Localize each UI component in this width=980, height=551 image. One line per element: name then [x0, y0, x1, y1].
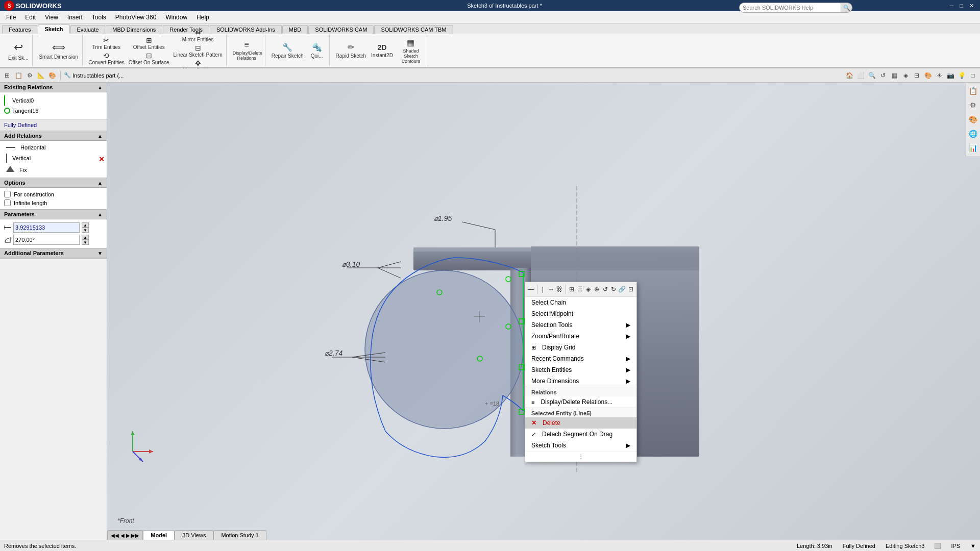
- ctx-tool-link[interactable]: 🔗: [618, 284, 626, 295]
- right-panel-btn-2[interactable]: ⚙: [967, 99, 979, 111]
- smart-dimension-button[interactable]: ⟺ Smart Dimension: [37, 36, 80, 65]
- angle-input[interactable]: [13, 235, 80, 245]
- status-dropdown[interactable]: ▼: [970, 543, 976, 549]
- ctx-tool-box[interactable]: ⊞: [568, 284, 575, 295]
- close-panel-button[interactable]: ✕: [99, 155, 105, 163]
- property-manager-toggle[interactable]: 📋: [13, 70, 23, 81]
- ctx-display-grid[interactable]: ⊞ Display Grid: [525, 342, 636, 353]
- tab-solidworks-cam[interactable]: SOLIDWORKS CAM: [308, 25, 374, 34]
- menu-help[interactable]: Help: [192, 13, 213, 22]
- display-style-button[interactable]: ▦: [889, 70, 899, 81]
- ctx-recent-commands[interactable]: Recent Commands ▶: [525, 353, 636, 364]
- tab-mbd-dimensions[interactable]: MBD Dimensions: [106, 25, 162, 34]
- add-vertical-button[interactable]: Vertical: [4, 152, 103, 164]
- ctx-delete[interactable]: ✕ Delete: [525, 417, 636, 429]
- add-relations-header[interactable]: Add Relations ▲: [0, 131, 107, 141]
- panel-resize-handle[interactable]: [105, 68, 107, 540]
- feature-tree-toggle[interactable]: ⊞: [2, 70, 12, 81]
- exit-sketch-button[interactable]: ↩ Exit Sk...: [6, 36, 30, 65]
- offset-entities-button[interactable]: ⊞ Offset Entities: [127, 36, 171, 51]
- ctx-tool-menu[interactable]: ☰: [576, 284, 584, 295]
- linear-sketch-pattern-button[interactable]: ⊟ Linear Sketch Pattern: [172, 43, 224, 58]
- relation-tangent16[interactable]: Tangent16: [4, 107, 103, 115]
- maximize-button[interactable]: □: [958, 3, 965, 9]
- configuration-manager-toggle[interactable]: ⚙: [24, 70, 35, 81]
- repair-sketch-button[interactable]: 🔧 Repair Sketch: [270, 36, 306, 65]
- mirror-entities-button[interactable]: ⇔ Mirror Entities: [172, 28, 224, 43]
- existing-relations-header[interactable]: Existing Relations ▲: [0, 83, 107, 92]
- breadcrumb-icon[interactable]: 🔧 Instructables part (...: [64, 72, 124, 79]
- tab-evaluate[interactable]: Evaluate: [70, 25, 106, 34]
- close-button[interactable]: ✕: [967, 3, 976, 9]
- home-view-button[interactable]: 🏠: [844, 70, 854, 81]
- ctx-select-midpoint[interactable]: Select Midpoint: [525, 308, 636, 319]
- dim-expert-toggle[interactable]: 📐: [36, 70, 46, 81]
- ctx-tool-redo[interactable]: ↻: [610, 284, 618, 295]
- ctx-selection-tools[interactable]: Selection Tools ▶: [525, 319, 636, 331]
- infinite-length-checkbox[interactable]: [4, 199, 11, 206]
- parameters-collapse[interactable]: ▲: [97, 212, 103, 217]
- for-construction-checkbox[interactable]: [4, 191, 11, 197]
- right-panel-btn-5[interactable]: 📊: [967, 142, 979, 154]
- appearance-button[interactable]: 🎨: [923, 70, 933, 81]
- search-input[interactable]: [739, 3, 841, 13]
- parameters-header[interactable]: Parameters ▲: [0, 210, 107, 219]
- convert-entities-button[interactable]: ⟲ Convert Entities: [87, 51, 126, 66]
- length-spin-up[interactable]: ▲: [82, 222, 89, 228]
- relation-vertical0[interactable]: Vertical0: [4, 94, 103, 107]
- ctx-more-indicator[interactable]: ⁝: [525, 451, 636, 462]
- add-horizontal-button[interactable]: Horizontal: [4, 143, 103, 152]
- canvas[interactable]: ⌀1.95 ⌀3.10 ⌀2.74 + ≡18 *Front —: [107, 83, 980, 540]
- tab-solidworks-cam-tbm[interactable]: SOLIDWORKS CAM TBM: [374, 25, 453, 34]
- ctx-select-chain[interactable]: Select Chain: [525, 297, 636, 308]
- ctx-tool-grid[interactable]: ⊡: [627, 284, 634, 295]
- angle-spin-down[interactable]: ▼: [82, 240, 89, 245]
- menu-photoview[interactable]: PhotoView 360: [111, 13, 161, 22]
- shaded-sketch-contours-button[interactable]: ▦ Shaded Sketch Contours: [396, 36, 426, 65]
- ctx-tool-undo[interactable]: ↺: [601, 284, 609, 295]
- length-spin-down[interactable]: ▼: [82, 228, 89, 233]
- tab-3d-views[interactable]: 3D Views: [175, 530, 213, 540]
- rapid-sketch-button[interactable]: ✏ Rapid Sketch: [334, 36, 368, 65]
- zoom-to-fit-button[interactable]: ⬜: [855, 70, 866, 81]
- camera-button[interactable]: 📷: [945, 70, 955, 81]
- menu-window[interactable]: Window: [161, 13, 191, 22]
- existing-relations-collapse[interactable]: ▲: [97, 85, 103, 90]
- ctx-sketch-entities[interactable]: Sketch Entities ▶: [525, 364, 636, 375]
- ctx-tool-circle[interactable]: ◈: [584, 284, 592, 295]
- ctx-tool-diamond[interactable]: ⊕: [593, 284, 601, 295]
- additional-parameters-header[interactable]: Additional Parameters ▼: [0, 248, 107, 258]
- ctx-display-delete-relations[interactable]: ≡ Display/Delete Relations...: [525, 396, 636, 408]
- add-relations-collapse[interactable]: ▲: [97, 133, 103, 139]
- right-panel-btn-3[interactable]: 🎨: [967, 113, 979, 126]
- instant2d-button[interactable]: 2D Instant2D: [369, 36, 395, 65]
- tab-model[interactable]: Model: [143, 530, 175, 540]
- zoom-in-button[interactable]: 🔍: [867, 70, 877, 81]
- options-header[interactable]: Options ▲: [0, 178, 107, 188]
- display-delete-relations-button[interactable]: ≡ Display/Delete Relations: [231, 36, 263, 65]
- angle-spin-up[interactable]: ▲: [82, 235, 89, 240]
- ctx-more-dimensions[interactable]: More Dimensions ▶: [525, 375, 636, 387]
- ctx-zoom-pan-rotate[interactable]: Zoom/Pan/Rotate ▶: [525, 331, 636, 342]
- minimize-button[interactable]: ─: [948, 3, 956, 9]
- ctx-tool-chain[interactable]: ⛓: [556, 284, 564, 295]
- rotate-button[interactable]: ↺: [878, 70, 888, 81]
- right-panel-btn-4[interactable]: 🌐: [967, 128, 979, 140]
- menu-insert[interactable]: Insert: [63, 13, 87, 22]
- length-input[interactable]: [13, 222, 80, 233]
- additional-parameters-collapse[interactable]: ▼: [97, 251, 103, 256]
- menu-edit[interactable]: Edit: [21, 13, 40, 22]
- scenes-button[interactable]: ☀: [934, 70, 944, 81]
- ctx-tool-pipe[interactable]: |: [539, 284, 547, 295]
- tab-mbd[interactable]: MBD: [282, 25, 308, 34]
- menu-view[interactable]: View: [41, 13, 62, 22]
- tab-sketch[interactable]: Sketch: [38, 24, 69, 34]
- tab-motion-study-1[interactable]: Motion Study 1: [213, 530, 266, 540]
- search-button[interactable]: 🔍: [841, 3, 852, 13]
- quick-snaps-button[interactable]: 🔩 Qui...: [307, 36, 327, 65]
- offset-on-surface-button[interactable]: ⊡ Offset On Surface: [127, 51, 171, 66]
- tab-nav-prev[interactable]: ◀◀ ◀ ▶ ▶▶: [107, 530, 143, 540]
- section-view-button[interactable]: ⊟: [912, 70, 922, 81]
- ctx-sketch-tools[interactable]: Sketch Tools ▶: [525, 440, 636, 451]
- ctx-detach-segment[interactable]: ⤢ Detach Segment On Drag: [525, 429, 636, 440]
